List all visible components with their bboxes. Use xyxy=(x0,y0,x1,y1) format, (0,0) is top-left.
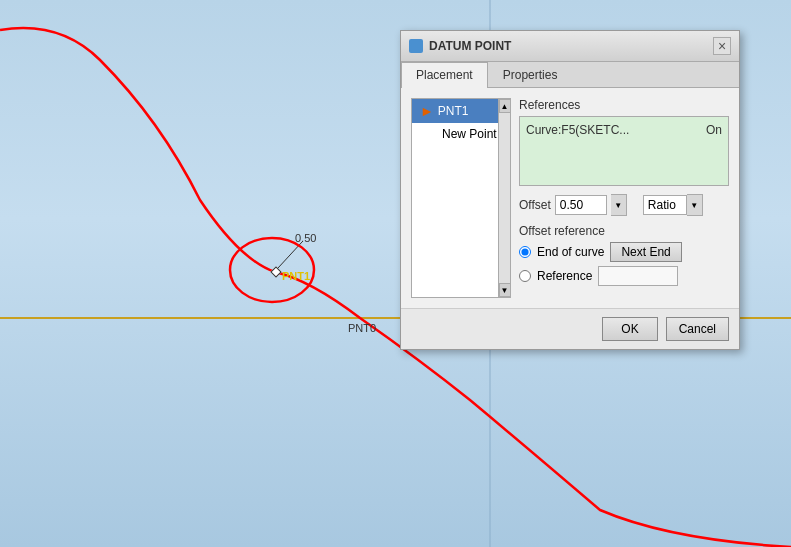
list-arrow-icon: ► xyxy=(420,103,434,119)
pnt1-canvas-label: PNT1 xyxy=(282,270,310,282)
dialog-tabs: Placement Properties xyxy=(401,62,739,88)
tab-placement[interactable]: Placement xyxy=(401,62,488,88)
cancel-button[interactable]: Cancel xyxy=(666,317,729,341)
list-item-new-point[interactable]: New Point xyxy=(412,123,510,145)
end-of-curve-radio[interactable] xyxy=(519,246,531,258)
reference-item: Curve:F5(SKETC... On xyxy=(526,123,722,137)
next-end-button[interactable]: Next End xyxy=(610,242,681,262)
reference-row: Reference xyxy=(519,266,729,286)
ratio-dropdown-btn[interactable]: ▼ xyxy=(687,194,703,216)
scrollbar-down[interactable]: ▼ xyxy=(499,283,511,297)
dialog-title-left: DATUM POINT xyxy=(409,39,511,53)
dialog-buttons: OK Cancel xyxy=(401,308,739,349)
references-label: References xyxy=(519,98,729,112)
ok-button[interactable]: OK xyxy=(602,317,657,341)
datum-point-dialog: DATUM POINT × Placement Properties ► PNT… xyxy=(400,30,740,350)
pnt0-canvas-label: PNT0 xyxy=(348,322,376,334)
reference-text-input[interactable] xyxy=(598,266,678,286)
reference-radio[interactable] xyxy=(519,270,531,282)
dialog-icon xyxy=(409,39,423,53)
offset-label: Offset xyxy=(519,198,551,212)
end-of-curve-row: End of curve Next End xyxy=(519,242,729,262)
list-scrollbar: ▲ ▼ xyxy=(498,99,510,297)
scrollbar-up[interactable]: ▲ xyxy=(499,99,511,113)
offset-input[interactable] xyxy=(555,195,607,215)
ref-curve-name: Curve:F5(SKETC... xyxy=(526,123,629,137)
ratio-input[interactable] xyxy=(643,195,687,215)
right-panel: References Curve:F5(SKETC... On Offset ▼… xyxy=(519,98,729,298)
ratio-dropdown-container: ▼ xyxy=(643,194,703,216)
end-of-curve-label: End of curve xyxy=(537,245,604,259)
references-box[interactable]: Curve:F5(SKETC... On xyxy=(519,116,729,186)
dialog-titlebar: DATUM POINT × xyxy=(401,31,739,62)
dialog-title: DATUM POINT xyxy=(429,39,511,53)
point-list-panel: ► PNT1 New Point ▲ ▼ xyxy=(411,98,511,298)
ref-status: On xyxy=(706,123,722,137)
dialog-body: ► PNT1 New Point ▲ ▼ References Curve:F5… xyxy=(401,88,739,308)
offset-dropdown-btn[interactable]: ▼ xyxy=(611,194,627,216)
reference-label: Reference xyxy=(537,269,592,283)
offset-reference-label: Offset reference xyxy=(519,224,729,238)
offset-row: Offset ▼ ▼ xyxy=(519,194,729,216)
tab-properties[interactable]: Properties xyxy=(488,62,573,87)
list-item-pnt1[interactable]: ► PNT1 xyxy=(412,99,510,123)
dialog-close-button[interactable]: × xyxy=(713,37,731,55)
offset-value-label: 0.50 xyxy=(295,232,316,244)
